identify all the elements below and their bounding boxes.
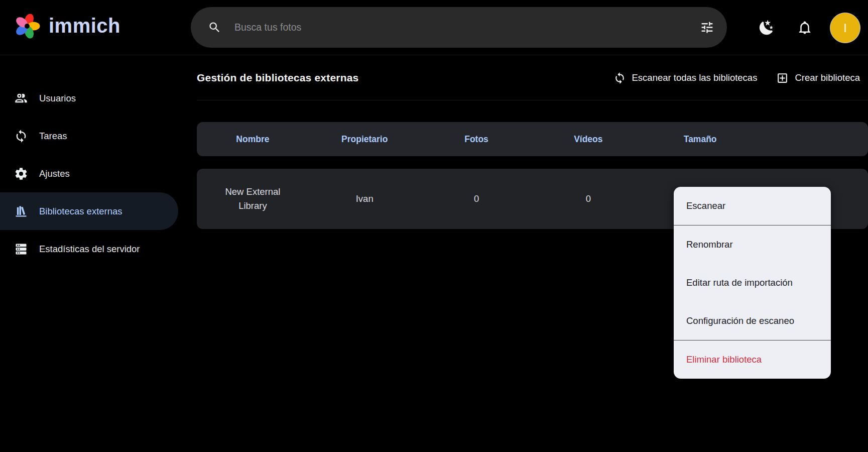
sidebar-item-label: Bibliotecas externas (39, 206, 122, 217)
immich-logo[interactable]: immich (13, 12, 120, 40)
tune-filter-icon[interactable] (700, 20, 714, 35)
notifications-button[interactable] (797, 0, 812, 55)
settings-gear-icon (14, 167, 28, 181)
sidebar-item-bibliotecas-externas[interactable]: Bibliotecas externas (0, 192, 178, 230)
search-icon (208, 21, 221, 34)
column-header-tamano: Tamaño (644, 134, 756, 145)
app-title: immich (49, 15, 120, 37)
scan-all-libraries-label: Escanear todas las bibliotecas (632, 72, 758, 83)
menu-item-renombrar[interactable]: Renombrar (674, 225, 831, 264)
library-bookshelf-icon (14, 204, 28, 218)
column-header-nombre: Nombre (197, 134, 309, 145)
column-header-fotos: Fotos (421, 134, 533, 145)
users-icon (14, 91, 28, 105)
library-videos-cell: 0 (532, 193, 644, 204)
sidebar-item-label: Ajustes (39, 168, 70, 179)
dark-mode-toggle[interactable] (758, 0, 775, 55)
server-stats-icon (14, 242, 28, 256)
table-header-row: Nombre Propietario Fotos Vídeos Tamaño (197, 122, 868, 156)
menu-item-escanear[interactable]: Escanear (674, 187, 831, 225)
immich-admin-page: immich I (0, 0, 868, 452)
moon-stars-icon (758, 19, 775, 36)
scan-refresh-icon (613, 72, 626, 84)
page-title: Gestión de bibliotecas externas (197, 72, 613, 84)
bell-icon (797, 20, 812, 35)
library-owner-cell: Ivan (309, 193, 421, 204)
page-header: Gestión de bibliotecas externas Escanear… (197, 56, 868, 100)
column-header-videos: Vídeos (532, 134, 644, 145)
scan-all-libraries-button[interactable]: Escanear todas las bibliotecas (613, 72, 758, 84)
admin-sidebar: Usuarios Tareas Ajustes (0, 56, 178, 452)
immich-pinwheel-icon (13, 12, 41, 40)
menu-item-editar-ruta[interactable]: Editar ruta de importación (674, 264, 831, 302)
search-input[interactable] (234, 22, 700, 33)
create-library-label: Crear biblioteca (795, 72, 860, 83)
sidebar-item-usuarios[interactable]: Usuarios (0, 79, 178, 117)
avatar-initial: I (843, 21, 847, 35)
sidebar-item-estadisticas[interactable]: Estadísticas del servidor (0, 230, 178, 268)
menu-item-eliminar-biblioteca[interactable]: Eliminar biblioteca (674, 341, 831, 379)
create-library-button[interactable]: Crear biblioteca (776, 72, 860, 84)
library-photos-cell: 0 (421, 193, 533, 204)
sidebar-item-label: Usuarios (39, 93, 76, 104)
menu-item-configuracion-escaneo[interactable]: Configuración de escaneo (674, 302, 831, 340)
top-bar: immich I (0, 0, 868, 55)
sidebar-item-tareas[interactable]: Tareas (0, 117, 178, 155)
library-context-menu: Escanear Renombrar Editar ruta de import… (674, 187, 831, 379)
create-plus-box-icon (776, 72, 789, 84)
sync-tasks-icon (14, 129, 28, 143)
sidebar-item-ajustes[interactable]: Ajustes (0, 155, 178, 192)
sidebar-item-label: Tareas (39, 131, 67, 142)
avatar[interactable]: I (830, 13, 860, 43)
header-actions: Escanear todas las bibliotecas Crear bib… (613, 72, 860, 84)
search-bar[interactable] (191, 7, 727, 48)
column-header-propietario: Propietario (309, 134, 421, 145)
library-name-cell: New External Library (197, 185, 309, 213)
sidebar-item-label: Estadísticas del servidor (39, 244, 140, 255)
